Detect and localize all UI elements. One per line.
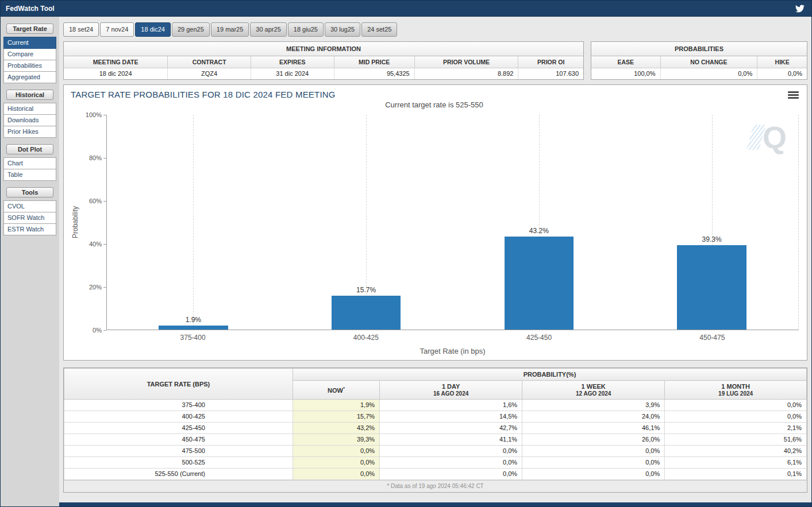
category-400-425: 15.7% xyxy=(280,115,453,330)
week-cell: 0,0% xyxy=(522,446,665,457)
contract-value: ZQZ4 xyxy=(168,68,251,80)
sidebar-item-sofr-watch[interactable]: SOFR Watch xyxy=(3,212,56,224)
table-row: 500-525 0,0% 0,0% 0,0% 6,1% xyxy=(64,457,807,469)
month-cell: 0,0% xyxy=(665,411,807,423)
ease-value: 100,0% xyxy=(591,68,660,80)
tab-30-lug25[interactable]: 30 lug25 xyxy=(325,22,360,37)
x-tick-label: 375-400 xyxy=(106,334,279,342)
sidebar-item-historical[interactable]: Historical xyxy=(3,103,56,115)
tab-18-giu25[interactable]: 18 giu25 xyxy=(288,22,324,37)
week-cell: 24,0% xyxy=(522,411,665,423)
table-row: 450-475 39,3% 41,1% 26,0% 51,6% xyxy=(64,434,807,446)
week-cell: 3,9% xyxy=(522,400,665,411)
target-rate-cell: 425-450 xyxy=(64,423,293,434)
plot-area: Q 1.9% 15.7% xyxy=(106,115,799,330)
day-cell: 1,6% xyxy=(380,400,522,411)
now-cell: 0,0% xyxy=(293,469,379,480)
prior-oi-value: 107.630 xyxy=(518,68,583,80)
fedwatch-app: FedWatch Tool Target Rate Current Compar… xyxy=(0,0,812,507)
y-tick-100: 100% xyxy=(81,111,102,118)
now-cell: 15,7% xyxy=(293,411,379,423)
sidebar-section-target-rate: Target Rate xyxy=(6,24,53,34)
chart-title: TARGET RATE PROBABILITIES FOR 18 DIC 202… xyxy=(70,90,336,99)
sidebar-item-prior-hikes[interactable]: Prior Hikes xyxy=(3,126,56,138)
sidebar-section-historical: Historical xyxy=(6,90,53,100)
sidebar-item-compare[interactable]: Compare xyxy=(3,49,56,60)
sidebar-item-current[interactable]: Current xyxy=(3,37,56,49)
tab-7-nov24[interactable]: 7 nov24 xyxy=(100,22,134,37)
gridline xyxy=(193,115,194,330)
table-row: 375-400 1,9% 1,6% 3,9% 0,0% xyxy=(64,400,807,411)
tab-19-mar25[interactable]: 19 mar25 xyxy=(211,22,249,37)
tab-18-dic24[interactable]: 18 dic24 xyxy=(135,22,171,37)
target-rate-cell: 525-550 (Current) xyxy=(64,469,293,480)
table-row: 475-500 0,0% 0,0% 0,0% 40,2% xyxy=(64,446,807,457)
meeting-information-panel: MEETING INFORMATION MEETING DATE CONTRAC… xyxy=(63,41,584,80)
now-cell: 1,9% xyxy=(293,400,379,411)
now-cell: 0,0% xyxy=(293,457,379,469)
sidebar-item-probabilities[interactable]: Probabilities xyxy=(3,60,56,72)
tab-29-gen25[interactable]: 29 gen25 xyxy=(172,22,210,37)
expires-header: EXPIRES xyxy=(251,56,334,68)
meeting-info-header-row: MEETING DATE CONTRACT EXPIRES MID PRICE … xyxy=(64,56,583,68)
tab-30-apr25[interactable]: 30 apr25 xyxy=(250,22,286,37)
week-cell: 46,1% xyxy=(522,423,665,434)
probability-bar xyxy=(332,296,401,330)
data-as-of-footnote: * Data as of 19 ago 2024 05:46:42 CT xyxy=(64,480,807,492)
day-cell: 42,7% xyxy=(380,423,522,434)
probabilities-panel: PROBABILITIES EASE NO CHANGE HIKE 100,0%… xyxy=(591,41,807,80)
bar-value-label: 1.9% xyxy=(186,316,201,324)
sidebar-item-estr-watch[interactable]: ESTR Watch xyxy=(3,224,56,235)
category-450-475: 39.3% xyxy=(625,115,798,330)
day-cell: 0,0% xyxy=(380,446,522,457)
category-375-400: 1.9% xyxy=(107,115,280,330)
one-month-column-header: 1 MONTH19 LUG 2024 xyxy=(665,381,807,400)
sidebar-item-dot-plot-table[interactable]: Table xyxy=(3,169,56,181)
probability-table-panel: TARGET RATE (BPS) PROBABILITY(%) NOW* 1 … xyxy=(63,367,807,493)
prior-volume-value: 8.892 xyxy=(414,68,518,80)
sidebar-item-downloads[interactable]: Downloads xyxy=(3,115,56,126)
chart-menu-icon[interactable] xyxy=(788,90,799,100)
probability-chart: Probability 100% 80% 60% 40% 20% 0% Q xyxy=(70,115,799,355)
y-tick-0: 0% xyxy=(81,327,102,334)
day-cell: 0,0% xyxy=(380,469,522,480)
hike-header: HIKE xyxy=(757,56,807,68)
table-row: 400-425 15,7% 14,5% 24,0% 0,0% xyxy=(64,411,807,423)
now-cell: 0,0% xyxy=(293,446,379,457)
one-week-column-header: 1 WEEK12 AGO 2024 xyxy=(522,381,665,400)
target-rate-cell: 500-525 xyxy=(64,457,293,469)
day-cell: 41,1% xyxy=(380,434,522,446)
month-cell: 51,6% xyxy=(665,434,807,446)
month-cell: 2,1% xyxy=(665,423,807,434)
titlebar: FedWatch Tool xyxy=(1,1,811,17)
prior-oi-header: PRIOR OI xyxy=(518,56,583,68)
week-cell: 0,0% xyxy=(522,457,665,469)
twitter-icon[interactable] xyxy=(795,4,805,13)
target-rate-cell: 450-475 xyxy=(64,434,293,446)
main-content: 18 set24 7 nov24 18 dic24 29 gen25 19 ma… xyxy=(59,17,811,506)
now-column-header: NOW* xyxy=(293,381,379,400)
tab-24-set25[interactable]: 24 set25 xyxy=(361,22,397,37)
probability-bar xyxy=(505,237,574,330)
meeting-date-header: MEETING DATE xyxy=(64,56,168,68)
month-cell: 0,1% xyxy=(665,469,807,480)
sidebar-item-aggregated[interactable]: Aggregated xyxy=(3,72,56,83)
expires-value: 31 dic 2024 xyxy=(251,68,334,80)
target-rate-cell: 375-400 xyxy=(64,400,293,411)
probability-bar xyxy=(677,245,746,330)
sidebar: Target Rate Current Compare Probabilitie… xyxy=(1,17,59,506)
y-axis-title: Probability xyxy=(70,115,81,330)
sidebar-item-cvol[interactable]: CVOL xyxy=(3,200,56,212)
now-cell: 43,2% xyxy=(293,423,379,434)
probability-chart-panel: TARGET RATE PROBABILITIES FOR 18 DIC 202… xyxy=(63,84,807,361)
y-tick-80: 80% xyxy=(81,154,102,161)
tab-18-set24[interactable]: 18 set24 xyxy=(63,22,99,37)
x-tick-label: 450-475 xyxy=(626,334,799,342)
meeting-information-title: MEETING INFORMATION xyxy=(64,42,583,56)
no-change-header: NO CHANGE xyxy=(660,56,757,68)
meeting-date-value: 18 dic 2024 xyxy=(64,68,168,80)
table-row: 425-450 43,2% 42,7% 46,1% 2,1% xyxy=(64,423,807,434)
sidebar-item-dot-plot-chart[interactable]: Chart xyxy=(3,157,56,169)
now-cell: 39,3% xyxy=(293,434,379,446)
sidebar-section-tools: Tools xyxy=(6,187,53,198)
